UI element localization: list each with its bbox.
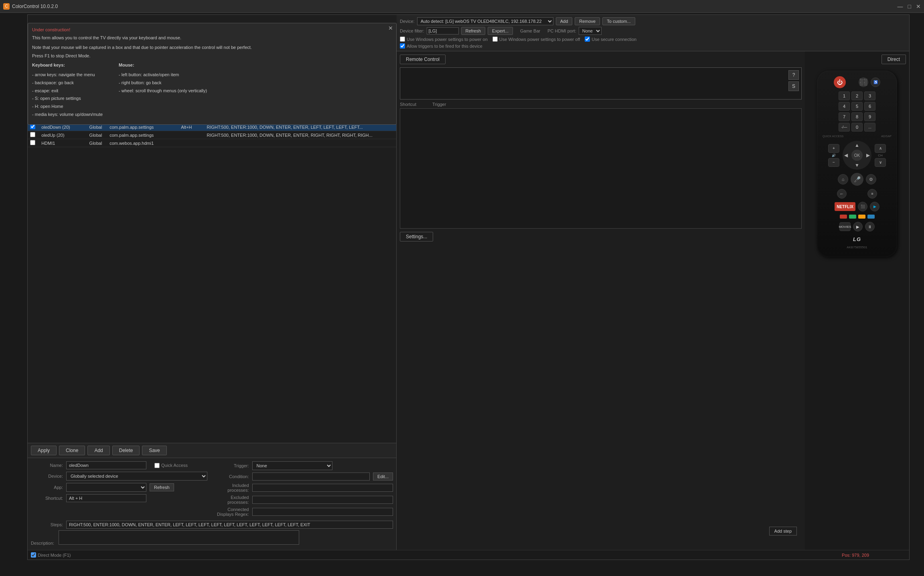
pause-btn[interactable]: ⏸ bbox=[865, 222, 875, 231]
shortcut-detail-input[interactable] bbox=[66, 494, 146, 502]
pchdmi-select[interactable]: None bbox=[579, 27, 602, 35]
row-name-7: HDMI1 bbox=[39, 139, 87, 147]
excluded-input[interactable] bbox=[252, 496, 393, 504]
question-button[interactable]: ? bbox=[788, 70, 799, 80]
num-5[interactable]: 5 bbox=[851, 102, 863, 111]
num-6[interactable]: 6 bbox=[864, 102, 875, 111]
device-detail-select[interactable]: Globally selected device bbox=[66, 472, 207, 481]
mic-btn[interactable]: 🎤 bbox=[851, 173, 863, 186]
add-button[interactable]: Add bbox=[556, 17, 573, 25]
accessibility-button[interactable]: ♿ bbox=[871, 77, 880, 87]
ch-down-btn[interactable]: ∨ bbox=[875, 158, 886, 167]
row-app-6: com.palm.app.settings bbox=[107, 131, 178, 139]
refresh-button[interactable]: Refresh bbox=[461, 27, 486, 35]
detail-panel: Name: Quick Access Device: Globally sele… bbox=[28, 458, 396, 550]
app-refresh-button[interactable]: Refresh bbox=[150, 483, 174, 491]
num-dots[interactable]: ... bbox=[864, 123, 875, 132]
excluded-label: Excluded processes: bbox=[217, 495, 249, 505]
app-detail-select[interactable] bbox=[66, 483, 146, 492]
num-dash[interactable]: -/— bbox=[839, 123, 850, 132]
device-label: Device: bbox=[400, 19, 415, 24]
row-check-6[interactable] bbox=[30, 132, 35, 137]
remote-control-button[interactable]: Remote Control bbox=[400, 55, 446, 64]
condition-input[interactable] bbox=[252, 473, 370, 481]
play-btn[interactable]: ▶ bbox=[853, 222, 863, 231]
blue-btn[interactable] bbox=[867, 215, 875, 219]
delete-button[interactable]: Delete bbox=[112, 446, 140, 455]
direct-button[interactable]: Direct bbox=[881, 55, 906, 64]
edit-condition-button[interactable]: Edit... bbox=[373, 473, 393, 481]
unknown-btn[interactable]: ⬛ bbox=[858, 202, 867, 211]
num-8[interactable]: 8 bbox=[851, 112, 863, 121]
power-button[interactable]: ⏻ bbox=[834, 76, 846, 88]
dpad-ok[interactable]: OK bbox=[851, 150, 863, 161]
add-shortcut-button[interactable]: Add bbox=[87, 446, 109, 455]
description-textarea[interactable] bbox=[59, 530, 299, 545]
movies-btn[interactable]: MOVIES bbox=[839, 222, 851, 231]
num-3[interactable]: 3 bbox=[864, 91, 875, 100]
s-button[interactable]: S bbox=[788, 81, 799, 91]
netflix-btn[interactable]: NETFLIX bbox=[835, 202, 855, 211]
row-check-5[interactable] bbox=[30, 124, 35, 129]
amazon-btn[interactable]: ▶ bbox=[870, 202, 879, 211]
custom-button[interactable]: To custom... bbox=[602, 17, 635, 25]
remove-button[interactable]: Remove bbox=[575, 17, 600, 25]
save-button[interactable]: Save bbox=[142, 446, 166, 455]
kb-key-4: - S: open picture settings bbox=[32, 95, 103, 103]
apply-button[interactable]: Apply bbox=[31, 446, 57, 455]
back-btn[interactable]: ← bbox=[837, 189, 847, 199]
vol-up-btn[interactable]: + bbox=[828, 144, 839, 153]
num-0[interactable]: 0 bbox=[851, 123, 863, 132]
dpad: ▲ ▼ ◀ ▶ OK bbox=[843, 141, 871, 170]
num-1[interactable]: 1 bbox=[839, 91, 850, 100]
right-panel: Remote Control ? S Shortcut Trigger bbox=[397, 51, 909, 550]
connected-input[interactable] bbox=[252, 508, 393, 516]
direct-mode-checkbox[interactable] bbox=[31, 552, 36, 558]
allow-triggers-checkbox[interactable] bbox=[400, 43, 405, 49]
text-input[interactable] bbox=[403, 70, 787, 81]
table-row[interactable]: HDMI1 Global com.webos.app.hdmi1 bbox=[28, 139, 396, 147]
name-input[interactable] bbox=[66, 461, 146, 469]
vol-down-btn[interactable]: − bbox=[828, 158, 839, 167]
power-on-checkbox[interactable] bbox=[400, 37, 405, 42]
settings-remote-btn[interactable]: ⚙ bbox=[866, 174, 876, 185]
secure-conn-checkbox[interactable] bbox=[585, 37, 590, 42]
dpad-right[interactable]: ▶ bbox=[866, 152, 870, 158]
red-btn[interactable] bbox=[840, 215, 847, 219]
row-check-7[interactable] bbox=[30, 140, 35, 145]
power-off-text: Use Windows power settings to power off bbox=[499, 37, 580, 42]
filter-input[interactable] bbox=[427, 27, 459, 34]
table-row[interactable]: oledUp (20) Global com.palm.app.settings… bbox=[28, 131, 396, 139]
overlay-close-button[interactable]: ✕ bbox=[388, 25, 393, 31]
input-button[interactable]: ⬛⬛⬛⬛ bbox=[859, 77, 868, 87]
num-2[interactable]: 2 bbox=[851, 91, 863, 100]
close-button[interactable]: ✕ bbox=[916, 3, 921, 10]
yellow-btn[interactable] bbox=[858, 215, 865, 219]
quick-access-checkbox[interactable] bbox=[154, 463, 160, 468]
dpad-down[interactable]: ▼ bbox=[855, 162, 859, 168]
expert-button[interactable]: Expert... bbox=[488, 27, 513, 35]
green-btn[interactable] bbox=[849, 215, 856, 219]
settings-button[interactable]: Settings... bbox=[400, 232, 433, 241]
ch-up-btn[interactable]: ∧ bbox=[875, 144, 886, 153]
clone-button[interactable]: Clone bbox=[59, 446, 85, 455]
power-on-label: Use Windows power settings to power on bbox=[400, 37, 488, 42]
device-select[interactable]: Auto detect: [LG] webOS TV OLED48CX8LC, … bbox=[417, 17, 553, 25]
maximize-button[interactable]: □ bbox=[908, 3, 911, 10]
home-btn[interactable]: ⌂ bbox=[838, 174, 848, 185]
guide-btn[interactable]: ≡ bbox=[867, 189, 877, 199]
steps-input[interactable] bbox=[66, 521, 393, 529]
minimize-button[interactable]: — bbox=[898, 3, 903, 10]
shortcut-list-area bbox=[400, 108, 802, 229]
add-step-button[interactable]: Add step bbox=[769, 527, 797, 535]
dpad-left[interactable]: ◀ bbox=[844, 152, 848, 158]
num-4[interactable]: 4 bbox=[839, 102, 850, 111]
num-9[interactable]: 9 bbox=[864, 112, 875, 121]
power-off-checkbox[interactable] bbox=[492, 37, 498, 42]
trigger-select[interactable]: None bbox=[252, 461, 332, 470]
num-7[interactable]: 7 bbox=[839, 112, 850, 121]
dpad-up[interactable]: ▲ bbox=[855, 142, 859, 148]
mouse-title: Mouse: bbox=[119, 61, 207, 69]
included-input[interactable] bbox=[252, 484, 393, 492]
row-shortcut-6 bbox=[178, 131, 204, 139]
